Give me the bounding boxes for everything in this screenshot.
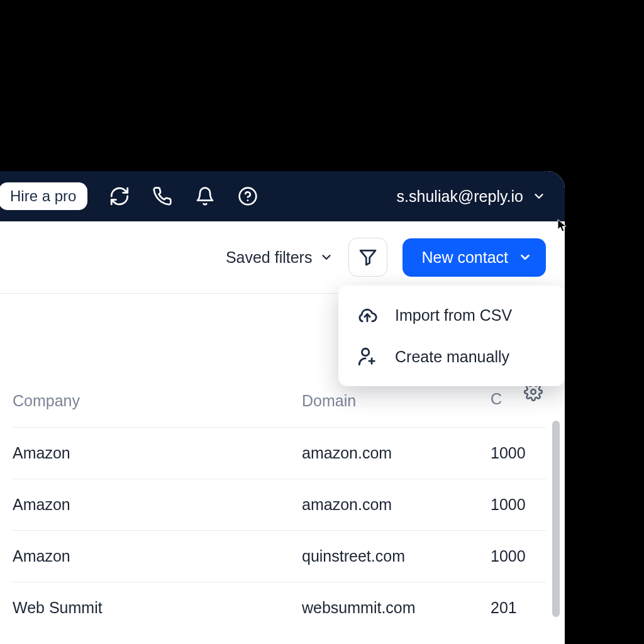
help-icon[interactable]	[237, 186, 258, 207]
cell-count: 1000	[491, 496, 546, 514]
funnel-icon	[358, 247, 378, 267]
phone-icon[interactable]	[152, 186, 173, 207]
scrollbar-thumb[interactable]	[552, 421, 560, 617]
user-email: s.shuliak@reply.io	[397, 187, 523, 206]
table-row[interactable]: Amazon amazon.com 1000	[13, 479, 546, 530]
cell-company: Amazon	[13, 444, 302, 462]
chevron-down-icon	[532, 189, 546, 203]
hire-a-pro-button[interactable]: Hire a pro	[0, 182, 87, 210]
column-header-count[interactable]: C	[491, 390, 508, 412]
saved-filters-dropdown[interactable]: Saved filters	[226, 248, 334, 267]
column-header-domain[interactable]: Domain	[302, 392, 491, 410]
app-window: Hire a pro	[0, 171, 565, 644]
cloud-upload-icon	[356, 304, 379, 326]
cell-count: 1000	[491, 547, 546, 565]
sync-icon[interactable]	[109, 186, 130, 207]
svg-point-7	[531, 389, 536, 394]
new-contact-label: New contact	[421, 248, 508, 267]
import-from-csv-label: Import from CSV	[395, 306, 512, 325]
table-row[interactable]: Web Summit websummit.com 201	[13, 582, 546, 633]
user-plus-icon	[356, 346, 379, 367]
create-manually-label: Create manually	[395, 348, 509, 366]
import-from-csv-item[interactable]: Import from CSV	[338, 294, 565, 336]
bell-icon[interactable]	[194, 186, 216, 207]
topbar: Hire a pro	[0, 171, 565, 221]
contacts-table: Company Domain C Amazon amazon.com 1000 …	[0, 383, 565, 633]
cell-company: Amazon	[13, 547, 302, 565]
svg-marker-2	[360, 250, 375, 265]
toolbar: Saved filters New contact Import from	[0, 221, 565, 294]
create-manually-item[interactable]: Create manually	[338, 336, 565, 377]
table-row[interactable]: Amazon quinstreet.com 1000	[13, 530, 546, 582]
cell-company: Web Summit	[13, 599, 302, 617]
cell-domain: websummit.com	[302, 599, 491, 617]
column-header-company[interactable]: Company	[13, 392, 302, 410]
new-contact-button[interactable]: New contact	[402, 238, 546, 277]
chevron-down-icon	[319, 250, 333, 264]
svg-point-4	[362, 348, 369, 355]
cell-domain: amazon.com	[302, 444, 491, 462]
chevron-down-icon	[518, 250, 532, 264]
table-row[interactable]: Amazon amazon.com 1000	[13, 427, 546, 479]
table-body: Amazon amazon.com 1000 Amazon amazon.com…	[13, 427, 546, 633]
new-contact-dropdown: Import from CSV Create manually	[338, 286, 565, 386]
cell-company: Amazon	[13, 496, 302, 514]
saved-filters-label: Saved filters	[226, 248, 313, 267]
table-header-row: Company Domain C	[13, 383, 546, 418]
filter-button[interactable]	[348, 238, 387, 277]
cell-domain: amazon.com	[302, 496, 491, 514]
cell-count: 1000	[491, 444, 546, 462]
cell-count: 201	[491, 599, 546, 617]
user-menu[interactable]: s.shuliak@reply.io	[397, 187, 546, 206]
cell-domain: quinstreet.com	[302, 547, 491, 565]
